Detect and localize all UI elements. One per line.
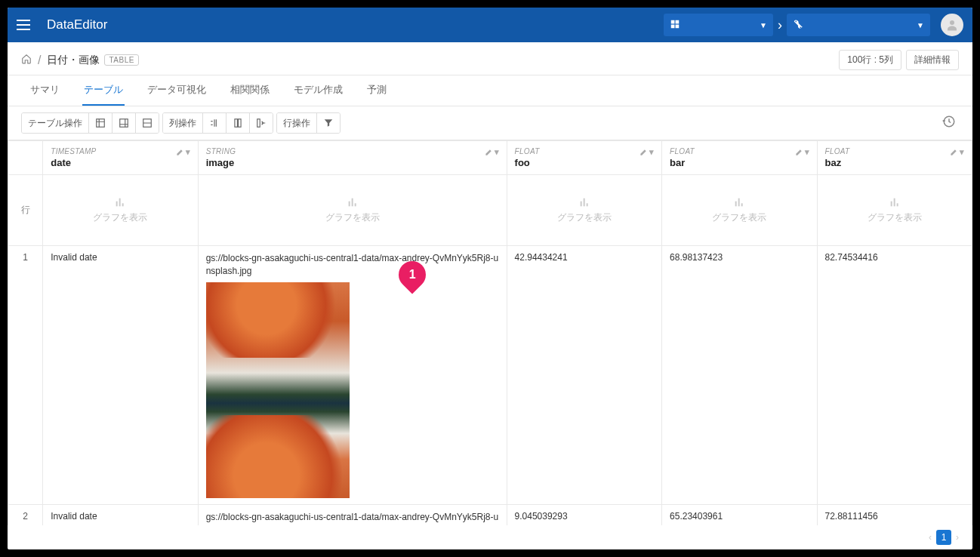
cell-image[interactable]: gs://blocks-gn-asakaguchi-us-central1-da… bbox=[198, 246, 507, 505]
breadcrumb-bar: / 日付・画像 TABLE 100行 : 5列 詳細情報 bbox=[8, 42, 972, 75]
svg-rect-2 bbox=[671, 24, 675, 28]
table-row: 2 Invalid date gs://blocks-gn-asakaguchi… bbox=[8, 504, 972, 525]
edit-icon[interactable] bbox=[485, 148, 493, 156]
tab-predict[interactable]: 予測 bbox=[365, 75, 388, 106]
edit-icon[interactable] bbox=[795, 148, 803, 156]
table-op-3-icon[interactable] bbox=[136, 113, 159, 133]
svg-rect-10 bbox=[257, 119, 260, 128]
row-header-cell bbox=[8, 141, 43, 175]
org-icon bbox=[670, 19, 680, 32]
cell-bar[interactable]: 68.98137423 bbox=[662, 246, 817, 505]
svg-rect-23 bbox=[890, 202, 892, 207]
cell-date[interactable]: Invalid date bbox=[43, 246, 198, 505]
tab-correlation[interactable]: 相関関係 bbox=[229, 75, 271, 106]
svg-rect-5 bbox=[97, 119, 105, 128]
svg-rect-12 bbox=[119, 198, 121, 207]
svg-rect-22 bbox=[741, 203, 743, 206]
svg-rect-18 bbox=[583, 198, 584, 207]
col-op-3-icon[interactable] bbox=[250, 113, 273, 133]
svg-rect-8 bbox=[235, 119, 238, 128]
svg-rect-1 bbox=[676, 20, 680, 23]
app-header: DataEditor ▼ › ▼ bbox=[8, 8, 972, 42]
page-next-icon[interactable]: › bbox=[956, 532, 959, 543]
row-header-label: 行 bbox=[8, 175, 43, 246]
chart-placeholder-foo[interactable]: グラフを表示 bbox=[507, 196, 661, 224]
tool-select[interactable]: ▼ bbox=[787, 14, 930, 36]
user-avatar[interactable] bbox=[941, 14, 963, 36]
data-table: ▾ TIMESTAMP date ▾ STRING image ▾ FLOAT … bbox=[8, 140, 972, 525]
chart-placeholder-bar[interactable]: グラフを表示 bbox=[662, 196, 816, 224]
image-thumbnail bbox=[206, 282, 350, 498]
cell-foo[interactable]: 9.045039293 bbox=[507, 504, 661, 525]
toolbar: テーブル操作 列操作 行操作 bbox=[8, 106, 972, 140]
cell-bar[interactable]: 65.23403961 bbox=[662, 504, 817, 525]
breadcrumb-title: 日付・画像 bbox=[47, 54, 100, 67]
caret-down-icon[interactable]: ▾ bbox=[186, 147, 190, 157]
col-header-baz[interactable]: ▾ FLOAT baz bbox=[817, 141, 972, 175]
breadcrumb-sep: / bbox=[38, 54, 41, 67]
tab-table[interactable]: テーブル bbox=[82, 75, 125, 106]
table-tag: TABLE bbox=[104, 54, 138, 66]
col-header-foo[interactable]: ▾ FLOAT foo bbox=[507, 141, 661, 175]
table-op-1-icon[interactable] bbox=[89, 113, 112, 133]
svg-rect-25 bbox=[896, 203, 898, 206]
cell-baz[interactable]: 72.88111456 bbox=[817, 504, 972, 525]
home-icon[interactable] bbox=[21, 54, 32, 66]
edit-icon[interactable] bbox=[950, 148, 958, 156]
col-ops-button[interactable]: 列操作 bbox=[163, 113, 203, 133]
table-ops-button[interactable]: テーブル操作 bbox=[22, 113, 89, 133]
page-prev-icon[interactable]: ‹ bbox=[929, 532, 932, 543]
row-number: 1 bbox=[8, 246, 43, 505]
row-ops-button[interactable]: 行操作 bbox=[277, 113, 317, 133]
caret-down-icon[interactable]: ▾ bbox=[960, 147, 964, 157]
tab-summary[interactable]: サマリ bbox=[29, 75, 61, 106]
svg-rect-11 bbox=[116, 202, 118, 207]
col-header-image[interactable]: ▾ STRING image bbox=[198, 141, 507, 175]
detail-button[interactable]: 詳細情報 bbox=[906, 50, 959, 70]
caret-down-icon[interactable]: ▾ bbox=[805, 147, 809, 157]
hamburger-menu-icon[interactable] bbox=[17, 16, 35, 34]
svg-rect-3 bbox=[676, 24, 680, 28]
page-number[interactable]: 1 bbox=[936, 530, 951, 545]
filter-icon[interactable] bbox=[317, 113, 340, 133]
project-select[interactable]: ▼ bbox=[664, 14, 773, 36]
row-number: 2 bbox=[8, 504, 43, 525]
caret-down-icon: ▼ bbox=[760, 21, 767, 29]
history-icon[interactable] bbox=[942, 115, 956, 131]
svg-rect-6 bbox=[120, 119, 128, 128]
caret-down-icon: ▼ bbox=[917, 21, 924, 29]
cell-foo[interactable]: 42.94434241 bbox=[507, 246, 661, 505]
chart-placeholder-baz[interactable]: グラフを表示 bbox=[818, 196, 972, 224]
edit-icon[interactable] bbox=[639, 148, 648, 156]
caret-down-icon[interactable]: ▾ bbox=[495, 147, 499, 157]
row-col-info: 100行 : 5列 bbox=[839, 50, 901, 70]
svg-rect-16 bbox=[354, 203, 356, 206]
chevron-right-icon: › bbox=[778, 17, 782, 33]
svg-rect-0 bbox=[671, 20, 675, 23]
svg-rect-14 bbox=[348, 202, 350, 207]
tab-visualize[interactable]: データ可視化 bbox=[146, 75, 208, 106]
add-col-icon[interactable] bbox=[203, 113, 227, 133]
cell-date[interactable]: Invalid date bbox=[43, 504, 198, 525]
svg-rect-19 bbox=[586, 203, 587, 206]
svg-rect-24 bbox=[893, 198, 895, 207]
svg-rect-13 bbox=[122, 203, 124, 206]
cell-image[interactable]: gs://blocks-gn-asakaguchi-us-central1-da… bbox=[198, 504, 507, 525]
svg-rect-17 bbox=[580, 202, 581, 207]
col-op-2-icon[interactable] bbox=[227, 113, 250, 133]
table-row: 1 Invalid date gs://blocks-gn-asakaguchi… bbox=[8, 246, 972, 505]
tab-model[interactable]: モデル作成 bbox=[292, 75, 344, 106]
svg-rect-15 bbox=[351, 198, 353, 207]
col-header-date[interactable]: ▾ TIMESTAMP date bbox=[43, 141, 198, 175]
tabs: サマリ テーブル データ可視化 相関関係 モデル作成 予測 bbox=[8, 75, 972, 106]
table-op-2-icon[interactable] bbox=[112, 113, 136, 133]
col-header-bar[interactable]: ▾ FLOAT bar bbox=[662, 141, 817, 175]
svg-point-4 bbox=[950, 20, 954, 25]
chart-placeholder-image[interactable]: グラフを表示 bbox=[199, 196, 507, 224]
pagination: ‹ 1 › bbox=[8, 525, 972, 549]
chart-placeholder-date[interactable]: グラフを表示 bbox=[43, 196, 197, 224]
cell-baz[interactable]: 82.74534416 bbox=[817, 246, 972, 505]
svg-rect-20 bbox=[735, 202, 737, 207]
caret-down-icon[interactable]: ▾ bbox=[649, 147, 654, 157]
edit-icon[interactable] bbox=[176, 148, 184, 156]
